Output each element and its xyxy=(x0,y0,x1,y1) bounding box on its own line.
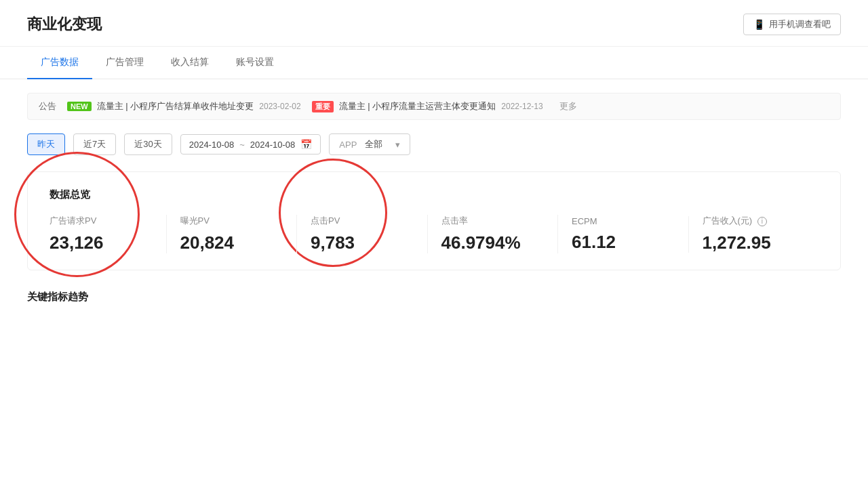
notice-item-2[interactable]: 重要 流量主 | 小程序流量主运营主体变更通知 2022-12-13 xyxy=(312,100,543,112)
stat-label-ecpm: ECPM xyxy=(572,216,675,226)
page-title: 商业化变现 xyxy=(27,14,102,35)
notice-bar: 公告 NEW 流量主 | 小程序广告结算单收件地址变更 2023-02-02 重… xyxy=(27,93,841,120)
notice-text-1: 流量主 | 小程序广告结算单收件地址变更 xyxy=(97,100,254,112)
trend-section-title: 关键指标趋势 xyxy=(27,284,841,310)
stat-ecpm: ECPM 61.12 xyxy=(558,216,689,253)
app-select-label: APP xyxy=(339,140,357,150)
date-start: 2024-10-08 xyxy=(189,140,235,150)
date-range-picker[interactable]: 2024-10-08 ~ 2024-10-08 📅 xyxy=(180,134,321,154)
stat-value-ecpm: 61.12 xyxy=(572,232,675,253)
filter-yesterday[interactable]: 昨天 xyxy=(27,133,65,155)
chevron-down-icon: ▾ xyxy=(395,140,400,150)
stat-label-ad-request: 广告请求PV xyxy=(50,215,153,227)
filter-bar: 昨天 近7天 近30天 2024-10-08 ~ 2024-10-08 📅 AP… xyxy=(27,133,841,155)
filter-7days[interactable]: 近7天 xyxy=(73,133,116,155)
app-selector[interactable]: APP 全部 ▾ xyxy=(329,133,410,155)
stat-label-revenue-text: 广告收入(元) xyxy=(703,215,753,226)
stat-value-click: 9,783 xyxy=(311,232,414,253)
notice-date-1: 2023-02-02 xyxy=(259,102,300,111)
tab-ad-manage[interactable]: 广告管理 xyxy=(92,47,157,79)
stat-label-ctr: 点击率 xyxy=(441,215,545,227)
stats-section-title: 数据总览 xyxy=(50,188,818,201)
stats-grid: 广告请求PV 23,126 曝光PV 20,824 点击PV 9,783 点击率… xyxy=(50,215,818,253)
stat-revenue: 广告收入(元) i 1,272.95 xyxy=(689,215,819,253)
notice-item-1[interactable]: NEW 流量主 | 小程序广告结算单收件地址变更 2023-02-02 xyxy=(67,100,301,112)
badge-new: NEW xyxy=(67,102,92,111)
date-end: 2024-10-08 xyxy=(250,140,296,150)
stat-impression: 曝光PV 20,824 xyxy=(167,215,298,253)
stat-value-ctr: 46.9794% xyxy=(441,232,545,253)
info-icon[interactable]: i xyxy=(757,217,767,226)
calendar-icon: 📅 xyxy=(300,139,312,150)
stat-ctr: 点击率 46.9794% xyxy=(428,215,559,253)
stat-value-revenue: 1,272.95 xyxy=(703,232,806,253)
mobile-view-button[interactable]: 📱 用手机调查看吧 xyxy=(743,14,841,35)
notice-date-2: 2022-12-13 xyxy=(501,102,542,111)
stat-label-impression: 曝光PV xyxy=(180,215,283,227)
tab-ad-data[interactable]: 广告数据 xyxy=(27,47,92,79)
filter-30days[interactable]: 近30天 xyxy=(124,133,172,155)
tab-bar: 广告数据 广告管理 收入结算 账号设置 xyxy=(0,47,868,79)
stats-section: 数据总览 广告请求PV 23,126 曝光PV 20,824 点击PV 9,78… xyxy=(27,171,841,270)
notice-label: 公告 xyxy=(39,100,56,112)
badge-important: 重要 xyxy=(312,101,334,112)
tab-account[interactable]: 账号设置 xyxy=(222,47,288,79)
stat-click: 点击PV 9,783 xyxy=(297,215,428,253)
stat-label-revenue: 广告收入(元) i xyxy=(703,215,806,227)
stat-value-impression: 20,824 xyxy=(180,232,283,253)
app-select-value: 全部 xyxy=(365,138,382,150)
notice-more[interactable]: 更多 xyxy=(559,100,577,112)
notice-text-2: 流量主 | 小程序流量主运营主体变更通知 xyxy=(339,100,496,112)
stat-value-ad-request: 23,126 xyxy=(50,232,153,253)
stat-label-click: 点击PV xyxy=(311,215,414,227)
tab-income[interactable]: 收入结算 xyxy=(157,47,222,79)
mobile-btn-label: 用手机调查看吧 xyxy=(769,18,831,30)
stat-ad-request: 广告请求PV 23,126 xyxy=(50,215,167,253)
date-separator: ~ xyxy=(239,140,245,150)
mobile-icon: 📱 xyxy=(753,19,765,30)
